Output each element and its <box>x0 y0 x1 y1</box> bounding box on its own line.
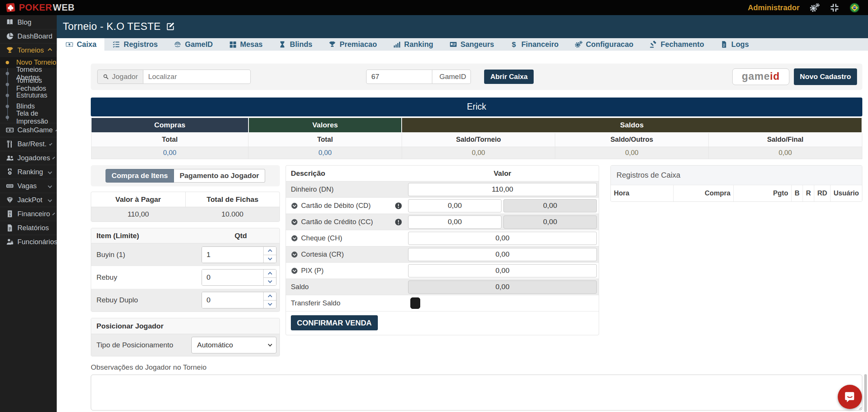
stepper-up-button[interactable] <box>264 292 276 300</box>
sidebar-item-bar-rest[interactable]: Bar/Rest. <box>0 137 57 151</box>
confirmar-venda-button[interactable]: CONFIRMAR VENDA <box>291 315 378 330</box>
sidebar-item-blog[interactable]: Blog <box>0 15 57 29</box>
chevron-circle-down-icon[interactable] <box>291 218 298 226</box>
ticket-icon <box>6 182 14 190</box>
gameid-logo-button[interactable]: gameid <box>732 68 789 85</box>
tab-registros[interactable]: Registros <box>104 38 166 51</box>
gameid-logo-game: game <box>742 71 770 82</box>
tab-blinds[interactable]: Blinds <box>270 38 320 51</box>
cartao-credito-input[interactable] <box>408 215 502 229</box>
novo-cadastro-button[interactable]: Novo Cadastro <box>794 68 857 85</box>
transferir-saldo-checkbox[interactable] <box>410 297 420 309</box>
col-usuario: Usuário <box>831 185 862 201</box>
sidebar-item-financeiro[interactable]: $ Financeiro <box>0 207 57 221</box>
dollar-icon: $ <box>510 40 518 48</box>
dinheiro-input[interactable] <box>408 183 597 196</box>
trophy-icon <box>6 46 14 54</box>
sidebar-item-label: Funcionários <box>17 238 57 246</box>
exclamation-circle-icon[interactable] <box>394 202 402 210</box>
tab-configuracao[interactable]: Configuracao <box>567 38 641 51</box>
sidebar-item-funcionarios[interactable]: Funcionários <box>0 235 57 249</box>
gameid-input[interactable] <box>366 70 432 84</box>
chat-widget-button[interactable] <box>838 385 862 409</box>
rebuy-duplo-qty-input[interactable] <box>202 292 263 308</box>
sidebar-item-relatorios[interactable]: Relatórios <box>0 221 57 235</box>
tab-ranking[interactable]: Ranking <box>385 38 441 51</box>
pagamento-ao-jogador-button[interactable]: Pagamento ao Jogador <box>174 169 265 183</box>
grid-icon <box>229 40 237 48</box>
group-header-compras: Compras <box>91 118 248 133</box>
summary-value[interactable]: 0,00 <box>248 147 402 159</box>
payment-label: Dinheiro (DN) <box>291 185 334 194</box>
chevron-circle-down-icon[interactable] <box>291 235 298 242</box>
buyin-quantity-stepper <box>202 246 276 263</box>
sidebar-item-torneios[interactable]: Torneios <box>0 43 57 57</box>
tab-label: Blinds <box>290 40 312 49</box>
tab-fechamento[interactable]: Fechamento <box>641 38 712 51</box>
cheque-input[interactable] <box>408 232 597 245</box>
tab-caixa[interactable]: Caixa <box>57 38 104 51</box>
summary-value[interactable]: 0,00 <box>91 147 248 159</box>
scrollbar-thumb[interactable] <box>864 374 867 412</box>
tab-mesas[interactable]: Mesas <box>221 38 271 51</box>
tab-sangeurs[interactable]: Sangeurs <box>441 38 502 51</box>
sidebar-item-dashboard[interactable]: DashBoard <box>0 29 57 43</box>
tab-financeiro[interactable]: $ Financeiro <box>502 38 567 51</box>
sidebar-item-jackpot[interactable]: JackPot <box>0 193 57 207</box>
cortesia-input[interactable] <box>408 248 597 261</box>
cartao-debito-input[interactable] <box>408 199 502 212</box>
abrir-caixa-button[interactable]: Abrir Caixa <box>484 70 534 84</box>
sidebar-item-jogadores[interactable]: Jogadores <box>0 151 57 165</box>
stepper-down-button[interactable] <box>264 278 276 286</box>
subitem-label: Tela de Impressão <box>16 110 57 125</box>
stepper-down-button[interactable] <box>264 255 276 263</box>
observacoes-textarea[interactable] <box>91 375 862 410</box>
stepper-up-button[interactable] <box>264 247 276 255</box>
tipo-posicionamento-label: Tipo de Posicionamento <box>96 341 191 349</box>
tab-premiacao[interactable]: Premiacao <box>320 38 385 51</box>
admin-user-label[interactable]: Administrador <box>748 3 800 12</box>
compra-de-itens-button[interactable]: Compra de Itens <box>106 169 174 183</box>
qtd-header: Qtd <box>202 232 279 240</box>
trophy-icon <box>328 40 336 48</box>
gameid-addon-label: GameID <box>439 73 466 81</box>
chevron-circle-down-icon[interactable] <box>291 251 298 258</box>
valor-a-pagar-value: 110,00 <box>91 207 185 221</box>
app-logo[interactable]: POKER WEB <box>0 2 113 13</box>
col-header: Saldo/Torneio <box>402 133 555 147</box>
item-label: Rebuy <box>91 273 202 282</box>
exclamation-circle-icon[interactable] <box>394 218 402 226</box>
sidebar-item-vagas[interactable]: Vagas <box>0 179 57 193</box>
stepper-up-button[interactable] <box>264 270 276 278</box>
pix-input[interactable] <box>408 264 597 277</box>
col-header: Saldo/Final <box>708 133 862 147</box>
sidebar-item-ranking[interactable]: Ranking <box>0 165 57 179</box>
payment-row-cartao-debito: Cartão de Débito (CD) <box>286 198 599 214</box>
item-row-rebuy-duplo: Rebuy Duplo <box>91 289 279 311</box>
sidebar-subitem-estruturas[interactable]: Estruturas <box>0 90 57 101</box>
rebuy-qty-input[interactable] <box>202 270 263 285</box>
col-compra: Compra <box>674 185 734 201</box>
tab-logs[interactable]: Logs <box>712 38 757 51</box>
tipo-posicionamento-select[interactable]: Automático <box>191 337 276 353</box>
fullscreen-icon[interactable] <box>829 3 840 13</box>
tab-label: Registros <box>124 40 158 49</box>
col-hora: Hora <box>611 185 674 201</box>
totals-panel: Valor à Pagar Total de Fichas 110,00 10.… <box>91 192 280 222</box>
cartao-credito-fee-input <box>503 215 597 229</box>
tab-gameid[interactable]: GameID <box>166 38 221 51</box>
edit-icon[interactable] <box>166 22 175 31</box>
payment-row-saldo: Saldo <box>286 279 599 295</box>
payment-label: Cartão de Crédito (CC) <box>301 218 373 226</box>
stepper-down-button[interactable] <box>264 300 276 308</box>
brazil-flag-icon[interactable] <box>849 3 860 13</box>
gameid-addon-button[interactable]: GameID <box>432 70 471 84</box>
buyin-qty-input[interactable] <box>202 247 263 263</box>
sidebar-subitem-torneios-fechados[interactable]: Torneios Fechados <box>0 79 57 90</box>
chevron-circle-down-icon[interactable] <box>291 202 298 209</box>
gears-icon[interactable] <box>809 3 820 13</box>
sidebar-item-label: DashBoard <box>17 32 53 40</box>
chevron-circle-down-icon[interactable] <box>291 267 298 274</box>
localizar-input[interactable] <box>143 70 251 84</box>
sidebar-subitem-tela-impressao[interactable]: Tela de Impressão <box>0 112 57 123</box>
